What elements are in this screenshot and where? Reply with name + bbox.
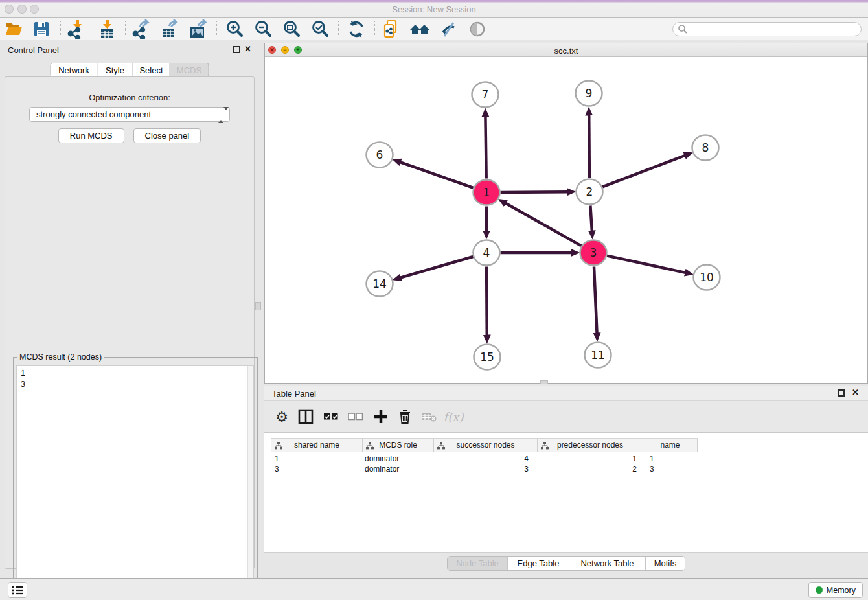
export-image-icon[interactable] — [186, 18, 211, 40]
tab-mcds[interactable]: MCDS — [170, 63, 209, 77]
edge-4-14[interactable] — [400, 257, 473, 278]
control-panel-header: Control Panel ✕ — [0, 40, 259, 57]
tab-network[interactable]: Network — [51, 63, 98, 77]
float-panel-icon[interactable] — [233, 46, 240, 53]
application-window: Session: New Session — [0, 0, 868, 600]
table-row[interactable]: 1 dominator 4 1 1 — [271, 454, 698, 464]
task-list-icon — [11, 584, 24, 596]
graph-node-11[interactable]: 11 — [585, 343, 611, 368]
edge-3-11[interactable] — [594, 267, 597, 334]
edge-4-15[interactable] — [486, 267, 487, 336]
tab-node-table[interactable]: Node Table — [448, 557, 507, 570]
tab-edge-table[interactable]: Edge Table — [507, 557, 569, 570]
table-row[interactable]: 3 dominator 3 2 3 — [271, 464, 698, 474]
zoom-selected-icon[interactable] — [308, 18, 332, 40]
namespace-icon — [541, 442, 549, 450]
node-label: 11 — [591, 349, 605, 362]
show-columns-icon[interactable] — [295, 406, 317, 428]
column-header-mcds-role[interactable]: MCDS role — [363, 439, 434, 452]
table-options-gear-icon[interactable]: ⚙ — [271, 406, 293, 428]
zoom-out-icon[interactable] — [251, 18, 275, 40]
copy-network-icon[interactable] — [379, 18, 404, 40]
edge-1-7[interactable] — [485, 116, 486, 179]
optimization-criterion-label: Optimization criterion: — [5, 93, 254, 102]
delete-columns-icon[interactable] — [394, 406, 416, 428]
tab-motifs[interactable]: Motifs — [645, 557, 685, 570]
refresh-icon[interactable] — [344, 18, 369, 40]
graph-node-6[interactable]: 6 — [367, 143, 393, 168]
split-divider-handle-horizontal[interactable] — [540, 380, 548, 384]
table-panel: Table Panel ✕ ⚙ — [264, 386, 868, 574]
column-header-predecessor-nodes[interactable]: predecessor nodes — [538, 439, 643, 452]
tab-network-table[interactable]: Network Table — [569, 557, 645, 570]
tab-select[interactable]: Select — [133, 63, 170, 77]
node-label: 6 — [376, 148, 383, 161]
column-header-name[interactable]: name — [643, 439, 698, 452]
network-window-title: scc.txt — [265, 46, 867, 56]
home-layout-icon[interactable] — [407, 18, 432, 40]
edge-2-9[interactable] — [589, 115, 589, 178]
window-title: Session: New Session — [0, 5, 868, 14]
node-label: 10 — [700, 271, 714, 284]
edge-2-8[interactable] — [602, 156, 686, 187]
graph-node-15[interactable]: 15 — [474, 345, 501, 370]
table-float-panel-icon[interactable] — [838, 389, 845, 397]
table-header-row: shared name MCDS role — [271, 438, 698, 452]
mcds-panel-body: Optimization criterion: strongly connect… — [5, 76, 255, 569]
node-label: 3 — [590, 246, 597, 259]
function-builder-icon: f(x) — [442, 406, 464, 428]
graph-node-3[interactable]: 3 — [580, 240, 607, 266]
unselect-all-columns-icon[interactable] — [345, 406, 367, 428]
close-panel-button[interactable]: Close panel — [133, 128, 201, 143]
namespace-icon — [366, 442, 374, 450]
select-stepper-icon — [218, 110, 224, 120]
edge-1-2[interactable] — [501, 192, 569, 192]
column-header-successor-nodes[interactable]: successor nodes — [434, 439, 538, 452]
save-session-icon[interactable] — [29, 18, 54, 40]
optimization-criterion-select[interactable]: strongly connected component — [29, 107, 230, 122]
run-mcds-button[interactable]: Run MCDS — [58, 128, 124, 143]
zoom-fit-icon[interactable] — [279, 18, 304, 40]
tab-style[interactable]: Style — [98, 63, 133, 77]
export-table-icon[interactable] — [157, 18, 182, 40]
column-header-shared-name[interactable]: shared name — [271, 439, 363, 452]
table-close-panel-icon[interactable]: ✕ — [852, 387, 859, 397]
close-panel-icon[interactable]: ✕ — [244, 44, 251, 54]
graph-node-14[interactable]: 14 — [367, 271, 393, 297]
graph-node-9[interactable]: 9 — [576, 81, 602, 106]
memory-status-dot — [816, 586, 823, 594]
edge-3-1[interactable] — [505, 203, 581, 246]
edge-2-3[interactable] — [590, 206, 592, 232]
split-divider-handle-vertical[interactable] — [255, 302, 261, 310]
namespace-icon — [437, 442, 445, 450]
node-table: shared name MCDS role — [264, 433, 868, 552]
export-network-icon[interactable] — [129, 18, 154, 40]
namespace-icon — [275, 442, 282, 450]
graph-node-10[interactable]: 10 — [694, 265, 720, 290]
import-table-icon[interactable] — [95, 18, 120, 40]
result-scrollbar[interactable] — [247, 366, 253, 597]
bird-eye-view-icon[interactable] — [465, 18, 490, 40]
graph-node-2[interactable]: 2 — [577, 179, 603, 205]
graph-node-1[interactable]: 1 — [474, 180, 500, 205]
main-toolbar — [0, 18, 868, 40]
graph-node-8[interactable]: 8 — [692, 135, 719, 161]
edge-1-6[interactable] — [400, 162, 474, 188]
mcds-result-textarea[interactable]: 1 3 — [16, 365, 254, 598]
edge-3-10[interactable] — [607, 256, 686, 273]
control-panel-tabs: Network Style Select MCDS — [51, 63, 209, 77]
zoom-in-icon[interactable] — [222, 18, 247, 40]
add-column-icon[interactable] — [370, 406, 392, 428]
criterion-value: strongly connected component — [36, 110, 151, 119]
network-canvas[interactable]: 1234678910111415 — [265, 57, 867, 383]
import-network-icon[interactable] — [64, 18, 89, 40]
graph-node-7[interactable]: 7 — [472, 82, 499, 108]
graph-node-4[interactable]: 4 — [474, 240, 500, 266]
open-session-icon[interactable] — [2, 18, 27, 40]
select-all-columns-icon[interactable] — [320, 406, 342, 428]
task-history-button[interactable] — [8, 582, 27, 598]
node-label: 9 — [586, 87, 593, 100]
search-input[interactable] — [672, 22, 862, 36]
memory-button[interactable]: Memory — [808, 582, 863, 598]
hide-graphics-details-icon[interactable] — [436, 18, 461, 40]
